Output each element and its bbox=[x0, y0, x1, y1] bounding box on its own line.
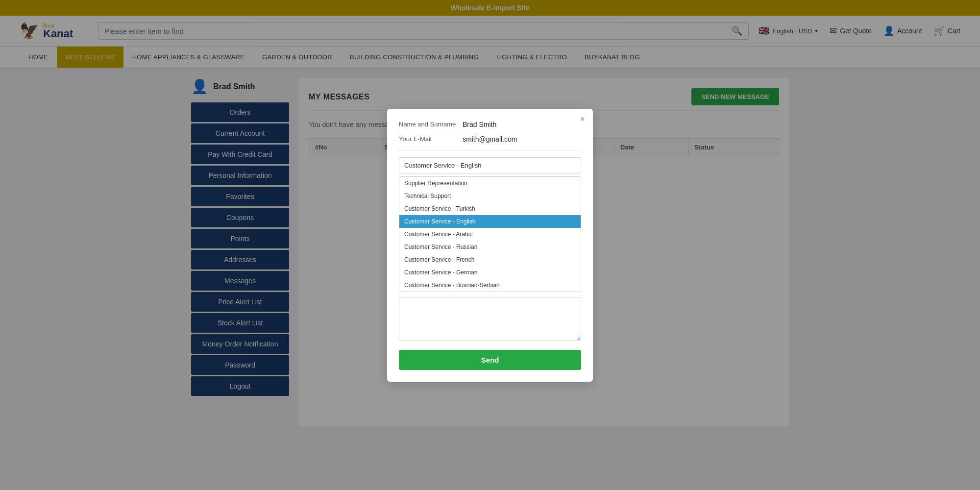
modal-divider bbox=[399, 150, 581, 150]
modal-close-button[interactable]: × bbox=[580, 115, 585, 123]
dropdown-option-english[interactable]: Customer Service - English bbox=[399, 215, 581, 228]
dropdown-option-russian[interactable]: Customer Service - Russian bbox=[399, 241, 581, 253]
modal-email-row: Your E-Mail smith@gmail.com bbox=[399, 135, 581, 143]
dropdown-option-turkish[interactable]: Customer Service - Turkish bbox=[399, 202, 581, 215]
modal-message-textarea[interactable] bbox=[399, 297, 581, 341]
modal-name-label: Name and Surname bbox=[399, 121, 463, 128]
modal-email-value: smith@gmail.com bbox=[463, 135, 517, 143]
modal-email-label: Your E-Mail bbox=[399, 135, 463, 143]
modal-dropdown-list: Supplier Representation Technical Suppor… bbox=[399, 176, 581, 292]
dropdown-option-technical[interactable]: Technical Support bbox=[399, 190, 581, 202]
dropdown-option-arabic[interactable]: Customer Service - Arabic bbox=[399, 228, 581, 241]
modal-send-button[interactable]: Send bbox=[399, 350, 581, 370]
modal-department-display[interactable]: Customer Service - English bbox=[399, 157, 581, 173]
dropdown-option-french[interactable]: Customer Service - French bbox=[399, 253, 581, 266]
dropdown-option-supplier[interactable]: Supplier Representation bbox=[399, 177, 581, 190]
modal-name-row: Name and Surname Brad Smith bbox=[399, 121, 581, 128]
dropdown-option-bosnian-serbian[interactable]: Customer Service - Bosnian-Serbian bbox=[399, 279, 581, 292]
modal-name-value: Brad Smith bbox=[463, 121, 496, 128]
message-modal: × Name and Surname Brad Smith Your E-Mai… bbox=[387, 109, 593, 382]
modal-overlay: × Name and Surname Brad Smith Your E-Mai… bbox=[0, 0, 980, 490]
dropdown-option-german[interactable]: Customer Service - German bbox=[399, 266, 581, 279]
